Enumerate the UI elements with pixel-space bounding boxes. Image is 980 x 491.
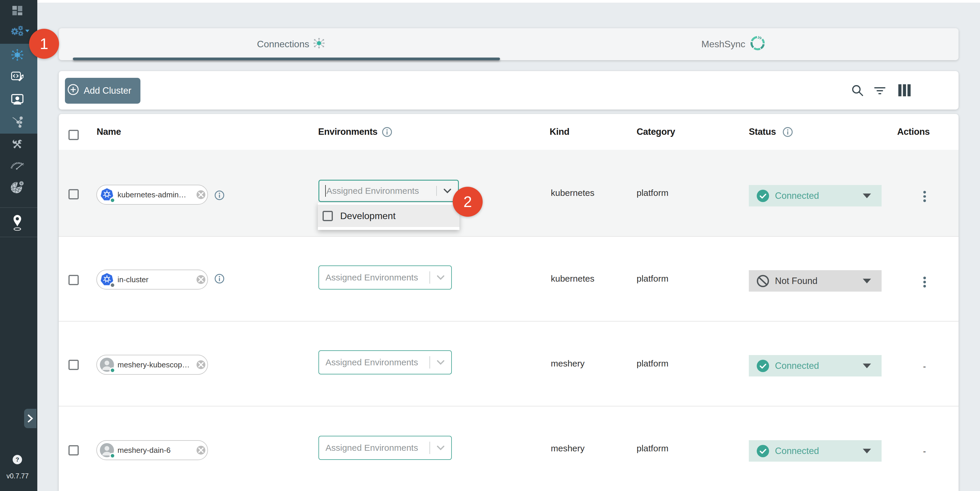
svg-text:?: ? [16,456,19,463]
